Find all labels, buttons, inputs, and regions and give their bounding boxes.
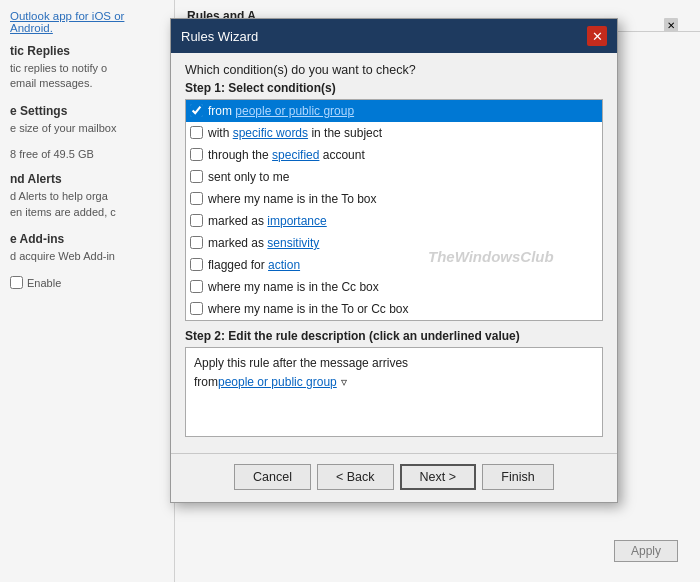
condition-item[interactable]: from people or public group: [186, 100, 602, 122]
bg-close-icon[interactable]: ✕: [664, 18, 678, 32]
bg-alerts-text: d Alerts to help orgaen items are added,…: [10, 189, 164, 220]
condition-item[interactable]: through the specified account: [186, 144, 602, 166]
bg-enable-row: Enable: [10, 276, 164, 289]
condition-item[interactable]: marked as importance: [186, 210, 602, 232]
condition-link[interactable]: action: [268, 258, 300, 272]
dialog-footer: Cancel < Back Next > Finish: [171, 453, 617, 502]
bg-enable-label: Enable: [27, 277, 61, 289]
condition-item[interactable]: where my name is in the To or Cc box: [186, 298, 602, 320]
bg-addins-text: d acquire Web Add-in: [10, 249, 164, 264]
dialog-main-question: Which condition(s) do you want to check?: [185, 63, 603, 77]
condition-item[interactable]: marked as sensitivity: [186, 232, 602, 254]
condition-text: with specific words in the subject: [208, 124, 382, 142]
step2-from-prefix: from: [194, 375, 218, 389]
dialog-close-button[interactable]: ✕: [587, 26, 607, 46]
condition-item[interactable]: where my name is not in the To box: [186, 320, 602, 321]
step2-from-link[interactable]: people or public group: [218, 375, 337, 389]
condition-link[interactable]: importance: [267, 214, 326, 228]
outlook-link[interactable]: Outlook app for iOS or Android.: [10, 10, 164, 34]
bg-free-space: 8 free of 49.5 GB: [10, 148, 164, 160]
finish-button[interactable]: Finish: [482, 464, 554, 490]
rules-wizard-dialog: Rules Wizard ✕ Which condition(s) do you…: [170, 18, 618, 503]
condition-checkbox[interactable]: [190, 214, 203, 227]
condition-checkbox[interactable]: [190, 280, 203, 293]
condition-item[interactable]: where my name is in the To box: [186, 188, 602, 210]
condition-text: from people or public group: [208, 102, 354, 120]
bg-alerts-title: nd Alerts: [10, 172, 164, 186]
step1-label: Step 1: Select condition(s): [185, 81, 603, 95]
condition-checkbox[interactable]: [190, 258, 203, 271]
cursor-icon: ▿: [341, 373, 347, 392]
condition-checkbox[interactable]: [190, 170, 203, 183]
condition-item[interactable]: flagged for action: [186, 254, 602, 276]
condition-item[interactable]: where my name is in the Cc box: [186, 276, 602, 298]
condition-link[interactable]: specified: [272, 148, 319, 162]
back-button[interactable]: < Back: [317, 464, 394, 490]
next-button[interactable]: Next >: [400, 464, 476, 490]
bg-atic-replies-text: tic replies to notify oemail messages.: [10, 61, 164, 92]
condition-checkbox[interactable]: [190, 236, 203, 249]
dialog-title: Rules Wizard: [181, 29, 258, 44]
bg-apply-button[interactable]: Apply: [614, 540, 678, 562]
bg-addins-title: e Add-ins: [10, 232, 164, 246]
condition-link[interactable]: people or public group: [235, 104, 354, 118]
condition-text: through the specified account: [208, 146, 365, 164]
condition-checkbox[interactable]: [190, 148, 203, 161]
bg-settings-text: e size of your mailbox: [10, 121, 164, 136]
condition-checkbox[interactable]: [190, 126, 203, 139]
step2-description-box: Apply this rule after the message arrive…: [185, 347, 603, 437]
condition-text: marked as importance: [208, 212, 327, 230]
condition-text: where my name is in the Cc box: [208, 278, 379, 296]
condition-checkbox[interactable]: [190, 192, 203, 205]
cancel-button[interactable]: Cancel: [234, 464, 311, 490]
bg-settings-title: e Settings: [10, 104, 164, 118]
condition-link[interactable]: sensitivity: [267, 236, 319, 250]
condition-checkbox[interactable]: [190, 104, 203, 117]
step2-label: Step 2: Edit the rule description (click…: [185, 329, 603, 343]
dialog-titlebar: Rules Wizard ✕: [171, 19, 617, 53]
bg-enable-checkbox[interactable]: [10, 276, 23, 289]
step2-line1: Apply this rule after the message arrive…: [194, 356, 408, 370]
conditions-list[interactable]: TheWindowsClub from people or public gro…: [185, 99, 603, 321]
bg-atic-replies-title: tic Replies: [10, 44, 164, 58]
condition-item[interactable]: sent only to me: [186, 166, 602, 188]
dialog-body: Which condition(s) do you want to check?…: [171, 53, 617, 447]
condition-checkbox[interactable]: [190, 302, 203, 315]
outlook-left-panel: Outlook app for iOS or Android. tic Repl…: [0, 0, 175, 582]
condition-text: where my name is in the To box: [208, 190, 377, 208]
condition-text: where my name is in the To or Cc box: [208, 300, 409, 318]
condition-text: marked as sensitivity: [208, 234, 319, 252]
condition-item[interactable]: with specific words in the subject: [186, 122, 602, 144]
condition-text: sent only to me: [208, 168, 289, 186]
condition-link[interactable]: specific words: [233, 126, 308, 140]
condition-text: flagged for action: [208, 256, 300, 274]
